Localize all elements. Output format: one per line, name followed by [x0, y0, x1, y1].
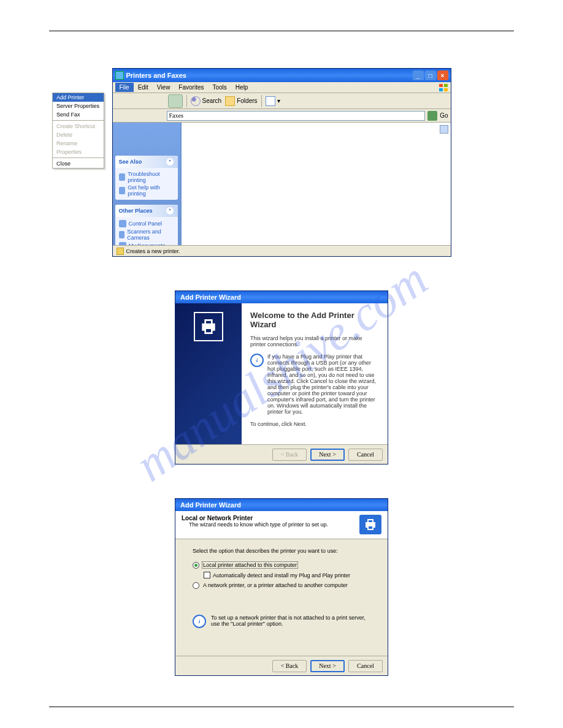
info-icon: i: [193, 615, 206, 628]
wizard-heading: Welcome to the Add Printer Wizard: [250, 311, 379, 329]
toolbar: Search Folders ▾: [113, 93, 451, 109]
svg-rect-3: [444, 88, 448, 91]
content-area: [180, 123, 451, 245]
link-get-help[interactable]: Get help with printing: [119, 184, 174, 197]
chevron-up-icon: ˄: [166, 207, 174, 215]
menu-favorites[interactable]: Favorites: [174, 83, 208, 92]
subheader-title: Local or Network Printer: [182, 515, 359, 521]
back-button[interactable]: < Back: [272, 660, 307, 672]
search-icon: [191, 96, 201, 106]
wizard-button-row: < Back Next > Cancel: [175, 656, 388, 675]
menu-close[interactable]: Close: [53, 159, 104, 168]
wizard-info-text: If you have a Plug and Play printer that…: [267, 354, 379, 415]
screenshot-wizard-welcome: Add Printer Wizard Welcome to the Add Pr…: [175, 290, 388, 464]
info-icon: i: [250, 354, 264, 367]
wizard-button-row: < Back Next > Cancel: [175, 444, 388, 464]
screenshot-printers-faxes: Printers and Faxes _ □ × File Edit View …: [49, 68, 514, 257]
views-icon: [266, 96, 275, 106]
checkbox-auto-detect[interactable]: Automatically detect and install my Plug…: [193, 570, 370, 580]
address-bar: Go: [113, 109, 451, 123]
top-rule: [49, 31, 514, 31]
address-input[interactable]: [167, 111, 426, 121]
help-icon: [119, 187, 126, 194]
wizard-titlebar[interactable]: Add Printer Wizard: [175, 291, 388, 303]
bottom-rule: [49, 707, 514, 707]
menu-delete: Delete: [53, 131, 104, 139]
back-button: < Back: [272, 449, 307, 461]
menu-server-properties[interactable]: Server Properties: [53, 102, 104, 110]
other-places-panel: Other Places˄ Control Panel Scanners and…: [115, 205, 178, 245]
radio-icon: [193, 582, 199, 589]
svg-rect-2: [439, 88, 443, 91]
menu-properties: Properties: [53, 148, 104, 156]
see-also-panel: See Also˄ Troubleshoot printing Get help…: [115, 156, 178, 200]
search-button[interactable]: Search: [191, 96, 222, 106]
radio-network-printer[interactable]: A network printer, or a printer attached…: [193, 580, 370, 590]
control-panel-icon: [119, 220, 126, 227]
file-dropdown-menu: Add Printer Server Properties Send Fax C…: [52, 93, 104, 169]
folders-button[interactable]: Folders: [225, 96, 257, 106]
status-text: Creates a new printer.: [126, 248, 180, 254]
menu-help[interactable]: Help: [231, 83, 253, 92]
prompt-text: Select the option that describes the pri…: [193, 548, 370, 554]
close-button[interactable]: ×: [437, 70, 448, 80]
minimize-button[interactable]: _: [413, 70, 424, 80]
see-also-header[interactable]: See Also˄: [115, 156, 178, 168]
wizard-titlebar[interactable]: Add Printer Wizard: [175, 499, 388, 511]
wizard-subheader: Local or Network Printer The wizard need…: [175, 511, 388, 539]
status-bar: Creates a new printer.: [113, 245, 451, 256]
views-button[interactable]: ▾: [266, 96, 280, 106]
xp-logo-icon: [439, 83, 448, 92]
subheader-subtitle: The wizard needs to know which type of p…: [182, 521, 359, 528]
task-pane: See Also˄ Troubleshoot printing Get help…: [113, 123, 180, 245]
go-label: Go: [440, 112, 448, 119]
up-button[interactable]: [168, 94, 183, 108]
menu-bar: File Edit View Favorites Tools Help: [113, 82, 451, 93]
menu-file[interactable]: File: [115, 83, 134, 92]
radio-local-printer[interactable]: Local printer attached to this computer: [193, 560, 370, 570]
svg-rect-1: [444, 84, 448, 87]
screenshot-wizard-local-network: Add Printer Wizard Local or Network Prin…: [175, 498, 388, 676]
menu-view[interactable]: View: [153, 83, 175, 92]
folder-icon: [225, 96, 235, 106]
menu-send-fax[interactable]: Send Fax: [53, 110, 104, 119]
window-titlebar[interactable]: Printers and Faxes _ □ ×: [113, 69, 451, 82]
document-page: manualshive.com Printers and Faxes _ □ ×…: [0, 0, 563, 728]
checkbox-icon: [204, 572, 210, 578]
link-troubleshoot[interactable]: Troubleshoot printing: [119, 170, 174, 184]
menu-rename: Rename: [53, 139, 104, 148]
link-control-panel[interactable]: Control Panel: [119, 219, 174, 228]
menu-add-printer[interactable]: Add Printer: [53, 93, 104, 102]
menu-edit[interactable]: Edit: [134, 83, 153, 92]
printer-icon: [194, 312, 223, 341]
scanner-icon: [119, 231, 125, 238]
chevron-up-icon: ˄: [166, 157, 174, 166]
link-scanners[interactable]: Scanners and Cameras: [119, 228, 174, 241]
radio-icon: [193, 562, 199, 569]
wizard-continue: To continue, click Next.: [250, 421, 379, 427]
menu-tools[interactable]: Tools: [208, 83, 231, 92]
radio-local-label: Local printer attached to this computer: [202, 561, 298, 569]
next-button[interactable]: Next >: [310, 449, 345, 461]
info-text: To set up a network printer that is not …: [211, 615, 370, 628]
cancel-button[interactable]: Cancel: [348, 660, 383, 672]
wizard-intro: This wizard helps you install a printer …: [250, 335, 379, 347]
cancel-button[interactable]: Cancel: [348, 449, 383, 461]
printer-icon: [359, 515, 381, 534]
scroll-up-button[interactable]: [440, 125, 448, 134]
documents-icon: [119, 242, 126, 245]
go-button[interactable]: [427, 111, 437, 121]
link-my-documents[interactable]: My Documents: [119, 241, 174, 245]
wizard-sidebar-image: [175, 303, 242, 444]
checkbox-auto-label: Automatically detect and install my Plug…: [213, 572, 350, 578]
next-button[interactable]: Next >: [310, 660, 345, 672]
printer-icon: [117, 248, 124, 255]
window-title: Printers and Faxes: [126, 72, 413, 79]
maximize-button[interactable]: □: [425, 70, 436, 80]
svg-rect-0: [439, 84, 443, 87]
printer-folder-icon: [115, 71, 124, 80]
radio-network-label: A network printer, or a printer attached…: [202, 582, 349, 589]
other-places-header[interactable]: Other Places˄: [115, 205, 178, 217]
help-icon: [119, 173, 126, 181]
menu-create-shortcut: Create Shortcut: [53, 122, 104, 131]
